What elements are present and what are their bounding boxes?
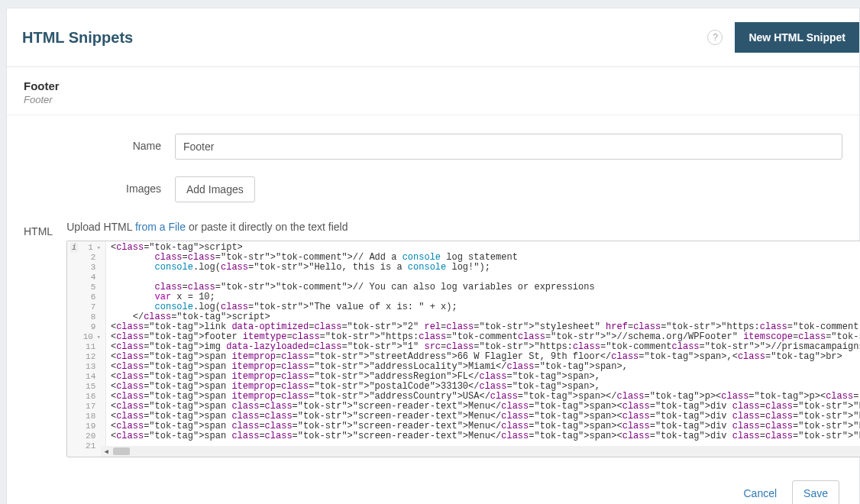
- code-gutter: i 1▾ 2 3 4 5 6 7 8 9 10▾ 11 12 13 14 15 …: [67, 241, 106, 457]
- entity-title: Footer: [24, 79, 842, 92]
- code-body[interactable]: <class="tok-tag">script> class=class="to…: [106, 241, 860, 457]
- save-button[interactable]: Save: [792, 480, 839, 504]
- scroll-left-arrow-icon[interactable]: ◀: [101, 446, 112, 457]
- name-input[interactable]: [175, 134, 842, 160]
- content-panel: Footer Footer Name Images Add Images HTM…: [6, 67, 860, 504]
- entity-subtitle: Footer: [24, 94, 842, 105]
- entity-header: Footer Footer: [7, 67, 859, 115]
- page-header: HTML Snippets ? New HTML Snippet: [6, 8, 860, 67]
- horizontal-scrollbar[interactable]: ◀ ▶: [101, 446, 860, 457]
- cancel-button[interactable]: Cancel: [734, 481, 786, 504]
- page-title: HTML Snippets: [22, 29, 133, 47]
- name-label: Name: [24, 134, 175, 152]
- add-images-button[interactable]: Add Images: [175, 176, 255, 202]
- html-helper-suffix: or paste it directly on the text field: [186, 221, 348, 233]
- upload-from-file-link[interactable]: from a File: [135, 221, 186, 233]
- new-html-snippet-button[interactable]: New HTML Snippet: [735, 22, 859, 53]
- help-icon[interactable]: ?: [707, 30, 723, 45]
- footer-actions: Cancel Save: [7, 470, 859, 504]
- images-label: Images: [24, 176, 175, 195]
- html-code-editor[interactable]: i 1▾ 2 3 4 5 6 7 8 9 10▾ 11 12 13 14 15 …: [66, 241, 860, 457]
- html-label: HTML: [24, 219, 66, 237]
- html-helper-prefix: Upload HTML: [66, 221, 135, 233]
- html-helper-text: Upload HTML from a File or paste it dire…: [66, 219, 860, 234]
